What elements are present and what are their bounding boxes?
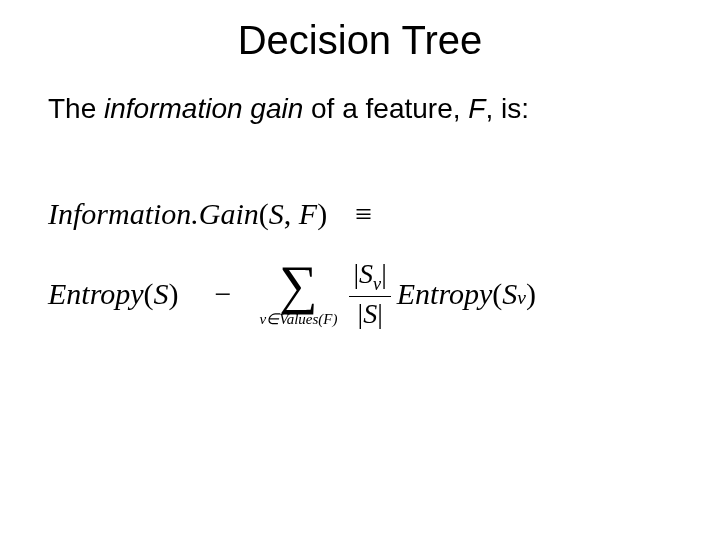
entropy-s: Entropy(S) [48, 277, 179, 311]
num-bar2: | [381, 258, 387, 289]
args1-comma: , [284, 197, 299, 230]
sum-sub-close: ) [332, 311, 337, 327]
equiv-symbol: ≡ [355, 197, 372, 231]
args3-s: S [502, 277, 517, 311]
slide: Decision Tree The information gain of a … [0, 0, 720, 540]
fn-information-gain: Information.Gain [48, 197, 259, 231]
fn-entropy-1: Entropy [48, 277, 144, 311]
slide-title: Decision Tree [40, 18, 680, 63]
body-italic-term: information gain [104, 93, 303, 124]
formula: Information.Gain(S, F) ≡ Entropy(S) − ∑ … [40, 197, 680, 328]
fn-entropy-2: Entropy [397, 277, 493, 311]
fraction: |Sv| |S| [349, 259, 390, 328]
summation: ∑ v∈Values(F) [259, 261, 337, 327]
den-s: S [363, 298, 377, 329]
args3-open: ( [492, 277, 502, 311]
args1-f: F [299, 197, 317, 230]
sigma-symbol: ∑ [279, 261, 318, 310]
formula-line-2: Entropy(S) − ∑ v∈Values(F) |Sv| |S| Ent [48, 259, 680, 328]
args2-s: S [154, 277, 169, 311]
den-bar2: | [377, 298, 383, 329]
args3-sub: v [517, 287, 526, 309]
formula-line-1: Information.Gain(S, F) ≡ [48, 197, 680, 231]
args1-open: ( [259, 197, 269, 230]
entropy-sv: Entropy(Sv) [397, 277, 536, 311]
body-italic-var: F [468, 93, 485, 124]
sum-sub-values: Values [279, 311, 318, 327]
args1-s: S [269, 197, 284, 230]
args3-close: ) [526, 277, 536, 311]
args1-close: ) [317, 197, 327, 230]
args2-open: ( [144, 277, 154, 311]
body-text: The information gain of a feature, F, is… [40, 91, 680, 127]
args2-close: ) [169, 277, 179, 311]
body-suffix: , is: [485, 93, 529, 124]
num-s: S [359, 258, 373, 289]
sum-sub-in: ∈ [266, 311, 279, 327]
sum-subscript: v∈Values(F) [259, 312, 337, 327]
num-sub: v [373, 274, 381, 294]
fraction-denominator: |S| [354, 299, 387, 328]
body-mid: of a feature, [303, 93, 468, 124]
fraction-bar [349, 296, 390, 297]
minus-symbol: − [215, 277, 232, 311]
body-prefix: The [48, 93, 104, 124]
args1: (S, F) [259, 197, 327, 231]
fraction-numerator: |Sv| [349, 259, 390, 294]
